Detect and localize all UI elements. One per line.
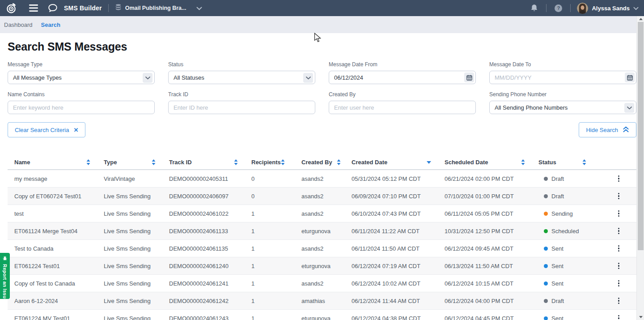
row-actions-kebab-button[interactable] <box>614 313 623 320</box>
cell-track-id: DEMO0000024061242 <box>169 298 251 304</box>
scrollbar-down-arrow-icon[interactable] <box>637 314 644 320</box>
status-label: Sent <box>551 315 564 320</box>
cell-track-id: DEMO0000024061240 <box>169 263 251 269</box>
clear-search-criteria-button[interactable]: Clear Search Criteria ✕ <box>8 122 85 137</box>
sort-icon[interactable] <box>582 159 586 165</box>
column-header-track_id[interactable]: Track ID <box>169 159 251 166</box>
column-header-status[interactable]: Status <box>538 159 600 166</box>
chat-bubble-icon <box>46 2 59 14</box>
cell-type: Live Sms Sending <box>104 298 169 304</box>
created-by-input[interactable] <box>329 101 476 114</box>
column-header-created_date[interactable]: Created Date <box>352 159 445 166</box>
scrollbar-thumb[interactable] <box>638 22 644 250</box>
sort-icon[interactable] <box>281 159 285 165</box>
status-label: Sent <box>551 245 564 252</box>
filter-sending-phone: Sending Phone Number All Sending Phone N… <box>489 91 636 114</box>
hamburger-menu-icon[interactable] <box>27 3 40 13</box>
row-actions-kebab-button[interactable] <box>614 173 623 184</box>
calendar-icon[interactable] <box>464 73 474 82</box>
help-icon[interactable]: ? <box>553 3 564 14</box>
filter-message-type: Message Type All Message Types <box>8 61 155 84</box>
sort-desc-icon[interactable] <box>427 161 431 164</box>
cell-recipients: 1 <box>251 298 301 304</box>
table-row[interactable]: Copy of Test to CanadaLive Sms SendingDE… <box>8 275 638 292</box>
row-actions-kebab-button[interactable] <box>614 260 623 272</box>
brand-selector[interactable]: Omail Publishing Bra... <box>115 4 202 13</box>
clear-x-icon: ✕ <box>73 127 78 133</box>
cell-type: Live Sms Sending <box>104 228 169 235</box>
column-label: Created Date <box>352 159 387 166</box>
app-logo-icon[interactable] <box>5 2 17 14</box>
user-menu[interactable]: Alyssa Sands <box>577 3 639 14</box>
column-header-name[interactable]: Name <box>8 159 104 166</box>
cell-created-date: 06/11/2024 11:50 AM CDT <box>352 245 445 252</box>
vertical-scrollbar[interactable] <box>636 16 644 320</box>
cell-name: Test to Canada <box>8 245 104 252</box>
cell-type: ViralVintage <box>104 175 169 182</box>
table-row[interactable]: my messageViralVintageDEMO00000024053110… <box>8 170 638 188</box>
breadcrumb-dashboard[interactable]: Dashboard <box>4 21 33 28</box>
status-dot-icon <box>544 212 548 216</box>
sending-phone-select[interactable]: All Sending Phone Numbers <box>489 101 636 114</box>
calendar-icon[interactable] <box>625 73 635 82</box>
row-actions-kebab-button[interactable] <box>614 295 623 307</box>
cell-actions <box>600 191 638 202</box>
double-chevron-up-icon <box>623 126 629 134</box>
cell-name: Copy of Test to Canada <box>8 280 104 287</box>
cell-name: ET061224 MV Test01 <box>8 315 104 320</box>
message-type-select[interactable]: All Message Types <box>8 71 155 84</box>
row-actions-kebab-button[interactable] <box>614 208 623 219</box>
cell-name: Copy of ET060724 Test01 <box>8 193 104 200</box>
track-id-input[interactable] <box>168 101 315 114</box>
name-contains-input[interactable] <box>8 101 155 114</box>
cell-track-id: DEMO0000002406097 <box>169 193 251 200</box>
date-from-label: Message Date From <box>329 61 476 68</box>
cell-type: Live Sms Sending <box>104 263 169 269</box>
table-row[interactable]: Copy of ET060724 Test01Live Sms SendingD… <box>8 188 638 205</box>
brand-name: Omail Publishing Bra... <box>125 5 186 11</box>
cell-track-id: DEMO0000024061241 <box>169 280 251 287</box>
table-row[interactable]: ET061224 MV Test01Live Sms SendingDEMO00… <box>8 310 638 320</box>
column-header-created_by[interactable]: Created By <box>301 159 352 166</box>
status-dot-icon <box>544 247 548 251</box>
report-an-issue-tab[interactable]: Report an Issue <box>0 253 10 299</box>
cell-scheduled-date: 06/21/2024 02:00 PM CDT <box>445 175 538 182</box>
cell-actions <box>600 295 638 307</box>
sort-icon[interactable] <box>152 159 156 165</box>
cell-scheduled-date: 06/12/2024 09:45 AM CDT <box>445 245 538 252</box>
sort-icon[interactable] <box>234 159 238 165</box>
row-actions-kebab-button[interactable] <box>614 278 623 289</box>
column-header-recipients[interactable]: Recipients <box>251 159 301 166</box>
message-type-value: All Message Types <box>13 74 62 81</box>
cell-scheduled-date: 07/10/2024 01:00 PM CDT <box>445 193 538 200</box>
status-value: All Statuses <box>174 74 204 81</box>
row-actions-kebab-button[interactable] <box>614 243 623 254</box>
cell-name: my message <box>8 175 104 182</box>
column-header-scheduled_date[interactable]: Scheduled Date <box>445 159 538 166</box>
hide-search-button[interactable]: Hide Search <box>579 122 636 137</box>
cell-name: ET061224 Test01 <box>8 263 104 269</box>
table-row[interactable]: ET061224 Test01Live Sms SendingDEMO00000… <box>8 257 638 275</box>
sort-icon[interactable] <box>86 159 90 165</box>
row-actions-kebab-button[interactable] <box>614 191 623 202</box>
table-row[interactable]: Aaron 6-12-2024Live Sms SendingDEMO00000… <box>8 292 638 310</box>
date-to-input[interactable] <box>489 71 636 84</box>
row-actions-kebab-button[interactable] <box>614 226 623 237</box>
table-row[interactable]: ET061124 Merge Test04Live Sms SendingDEM… <box>8 222 638 240</box>
date-from-input[interactable] <box>329 71 476 84</box>
table-row[interactable]: testLive Sms SendingDEMO00000240610221as… <box>8 205 638 222</box>
cell-created-by: amathias <box>301 298 352 304</box>
breadcrumb: Dashboard Search <box>0 16 644 33</box>
scrollbar-up-arrow-icon[interactable] <box>637 16 644 22</box>
status-label: Scheduled <box>551 228 579 235</box>
status-select[interactable]: All Statuses <box>168 71 315 84</box>
table-row[interactable]: Test to CanadaLive Sms SendingDEMO000002… <box>8 240 638 257</box>
notifications-bell-icon[interactable] <box>529 2 540 14</box>
app-title: SMS Builder <box>64 4 102 12</box>
sort-icon[interactable] <box>337 159 341 165</box>
search-filters: Message Type All Message Types Status Al… <box>8 61 636 114</box>
sort-icon[interactable] <box>521 159 525 165</box>
cell-recipients: 1 <box>251 210 301 217</box>
breadcrumb-search[interactable]: Search <box>41 21 60 28</box>
column-header-type[interactable]: Type <box>104 159 169 166</box>
